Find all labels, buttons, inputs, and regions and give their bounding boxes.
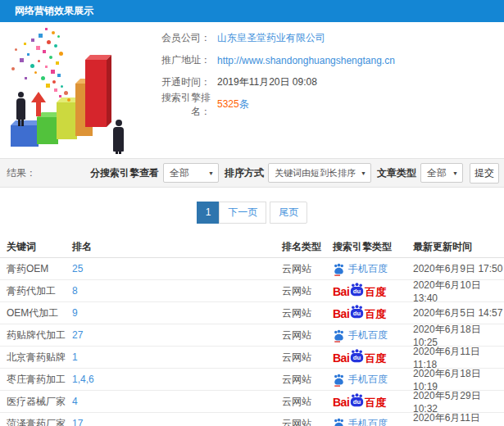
filter-bar: 结果： 分搜索引擎查看 全部▼ 排序方式 关键词由短到长排序▼ 文章类型 全部▼… (0, 158, 504, 188)
rank-type-cell: 云网站 (282, 306, 333, 320)
confetti-dot (52, 31, 55, 34)
rank-type-cell: 云网站 (282, 351, 333, 365)
baidu-logo-bai: Bai (333, 285, 349, 298)
rank-cell: 9 (72, 307, 282, 319)
keyword-cell: OEM代加工 (7, 306, 72, 320)
info-row: 搜索引擎排名：5325条 (152, 93, 500, 116)
table-row: 医疗器械厂家4云网站Baidu百度2020年5月29日 10:32 (0, 391, 504, 413)
column-header: 最新更新时间 (413, 240, 504, 254)
engine-label: 手机百度 (348, 329, 388, 342)
page-1-button[interactable]: 1 (197, 202, 220, 224)
confetti-dot (25, 77, 27, 79)
rank-cell: 1 (72, 351, 282, 363)
chevron-down-icon: ▼ (452, 170, 458, 176)
sort-select[interactable]: 关键词由短到长排序▼ (268, 163, 371, 183)
confetti-dot (46, 84, 50, 88)
confetti-dot (36, 46, 40, 50)
engine-cell: 手机百度 (333, 373, 413, 387)
rank-link[interactable]: 4 (72, 396, 78, 407)
rank-link[interactable]: 1,4,6 (72, 374, 94, 385)
confetti-dot (45, 66, 48, 68)
baidu-logo-cn: 百度 (365, 397, 386, 409)
submit-button[interactable]: 提交 (470, 163, 499, 184)
baidu-paw-icon: du (350, 349, 364, 363)
confetti-dot (64, 91, 68, 95)
rank-type-cell: 云网站 (282, 284, 333, 298)
rank-link[interactable]: 17 (72, 418, 83, 426)
chevron-down-icon: ▼ (361, 170, 366, 176)
rank-link[interactable]: 8 (72, 285, 78, 297)
article-type-select[interactable]: 全部▼ (420, 163, 463, 183)
keyword-cell: 北京膏药贴牌 (7, 351, 72, 365)
baidu-logo-cn: 百度 (365, 286, 386, 298)
baidu-paw-icon: du (350, 283, 364, 297)
confetti-dot (24, 43, 26, 45)
confetti-dot (59, 95, 61, 97)
engine-label: 手机百度 (348, 262, 388, 276)
engine-select[interactable]: 全部▼ (163, 163, 219, 183)
last-page-button[interactable]: 尾页 (270, 202, 307, 224)
table-row: 膏药OEM25云网站手机百度2020年6月9日 17:50 (0, 258, 504, 280)
info-row: 推广地址：http://www.shandonghuangshengtang.c… (152, 49, 500, 71)
table-row: 菏泽膏药厂家17云网站手机百度2020年6月11日 11:40 (0, 413, 504, 426)
info-value-link[interactable]: http://www.shandonghuangshengtang.cn (217, 55, 395, 66)
info-value-link[interactable]: 山东皇圣堂药业有限公司 (217, 31, 325, 45)
baidu-logo-bai: Bai (333, 396, 349, 409)
rank-link[interactable]: 27 (72, 329, 83, 341)
rank-type-cell: 云网站 (282, 329, 333, 342)
confetti-dot (54, 44, 57, 48)
keyword-cell: 菏泽膏药厂家 (7, 417, 72, 426)
table-row: 北京膏药贴牌1云网站Baidu百度2020年6月11日 11:18 (0, 347, 504, 369)
rank-type-cell: 云网站 (282, 262, 333, 276)
confetti-dot (67, 98, 70, 102)
confetti-dot (57, 35, 60, 38)
confetti-dot (56, 61, 59, 65)
confetti-dot (39, 34, 43, 38)
confetti-dot (45, 28, 48, 30)
svg-text:du: du (353, 354, 361, 361)
engine-cell: Baidu百度 (333, 392, 413, 410)
baidu-logo-cn: 百度 (365, 352, 386, 365)
confetti-dot (31, 39, 34, 42)
rank-type-cell: 云网站 (282, 373, 333, 387)
updated-cell: 2020年6月9日 17:50 (413, 262, 504, 276)
rank-cell: 17 (72, 418, 282, 426)
baidu-paw-icon: du (350, 305, 364, 319)
keyword-cell: 医疗器械厂家 (7, 395, 72, 409)
businessman-figure-right (113, 120, 124, 154)
table-row: 药贴牌代加工27云网站手机百度2020年6月18日 10:25 (0, 324, 504, 347)
keyword-cell: 药贴牌代加工 (7, 329, 72, 342)
rank-link[interactable]: 1 (72, 351, 78, 363)
confetti-dot (59, 52, 63, 56)
rank-link[interactable]: 9 (72, 307, 78, 319)
next-page-button[interactable]: 下一页 (219, 202, 266, 224)
engine-cell: 手机百度 (333, 329, 413, 342)
chart-bar-yellow (57, 102, 77, 139)
confetti-dot (61, 85, 63, 88)
column-header: 排名类型 (282, 240, 333, 254)
rank-link[interactable]: 25 (72, 263, 83, 274)
confetti-dot (51, 70, 55, 74)
ranking-count-unit: 条 (239, 98, 249, 110)
baidu-logo: Baidu百度 (333, 392, 386, 410)
table-row: 枣庄膏药加工1,4,6云网站手机百度2020年6月18日 10:19 (0, 369, 504, 391)
baidu-logo: Baidu百度 (333, 282, 386, 300)
result-label: 结果： (7, 166, 36, 180)
rank-cell: 4 (72, 396, 282, 407)
confetti-dot (30, 64, 34, 68)
page-header: 网络营销效果展示 (0, 0, 504, 22)
engine-filter-label: 分搜索引擎查看 (90, 166, 159, 180)
confetti-dot (27, 53, 30, 56)
confetti-dot (47, 40, 51, 44)
keyword-table: 关键词排名排名类型搜索引擎类型最新更新时间 膏药OEM25云网站手机百度2020… (0, 237, 504, 426)
keyword-cell: 膏药OEM (7, 262, 72, 276)
article-type-filter-label: 文章类型 (377, 166, 416, 180)
info-label: 开通时间： (152, 75, 211, 89)
pagination: 1 下一页 尾页 (0, 202, 504, 224)
sort-filter-label: 排序方式 (225, 166, 264, 180)
confetti-dot (49, 56, 52, 59)
info-value: 2019年11月20日 09:08 (217, 75, 317, 89)
growth-arrow-stem (36, 102, 41, 116)
table-row: 膏药代加工8云网站Baidu百度2020年6月10日 13:40 (0, 280, 504, 302)
baidu-logo: Baidu百度 (333, 348, 386, 366)
